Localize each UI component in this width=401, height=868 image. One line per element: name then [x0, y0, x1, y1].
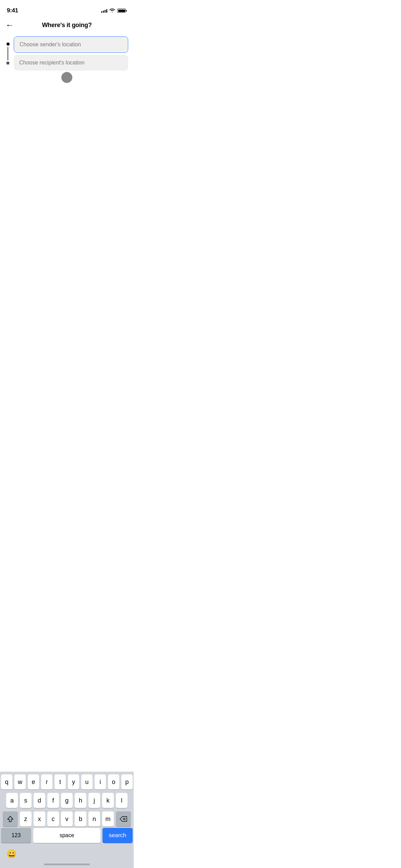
route-destination-square: [7, 62, 9, 64]
back-arrow-icon: ←: [5, 20, 14, 30]
status-bar: 9:41: [0, 0, 134, 16]
signal-bars-icon: [101, 9, 107, 13]
location-container: [0, 34, 134, 73]
battery-icon: [117, 9, 127, 13]
status-icons: [101, 9, 127, 13]
nav-bar: ← Where's it going?: [0, 16, 134, 34]
back-button[interactable]: ←: [5, 20, 14, 30]
status-time: 9:41: [7, 7, 18, 14]
recipient-location-input[interactable]: [14, 55, 128, 71]
wifi-icon: [109, 9, 115, 13]
route-origin-dot: [7, 43, 10, 46]
sender-location-input[interactable]: [14, 36, 128, 53]
page-title: Where's it going?: [42, 22, 92, 29]
location-fields: [14, 36, 128, 71]
swap-button-container: [0, 72, 134, 83]
swap-button[interactable]: [61, 72, 72, 83]
route-indicator: [5, 36, 10, 71]
route-line: [8, 47, 8, 60]
